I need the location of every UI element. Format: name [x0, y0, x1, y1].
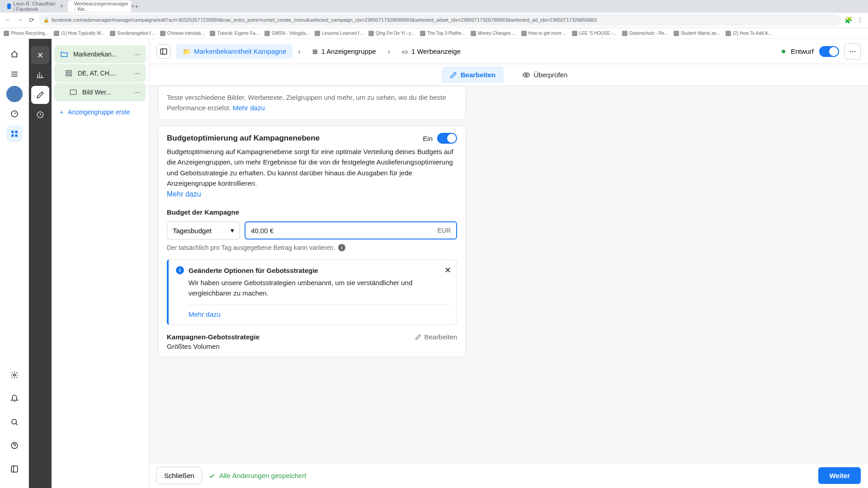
close-panel-button[interactable]: [31, 46, 49, 64]
more-icon[interactable]: ⋯: [133, 88, 141, 97]
edit-label: Bearbeiten: [424, 333, 457, 341]
crumb-adset[interactable]: ⊞1 Anzeigengruppe: [306, 44, 382, 59]
tree-campaign[interactable]: Markenbekan... ⋯: [54, 45, 146, 63]
bookmark[interactable]: Student Wants an...: [674, 31, 720, 36]
tab-label: Werbeanzeigenmanager - We...: [74, 1, 128, 12]
campaign-toggle[interactable]: [819, 46, 839, 57]
bookmark[interactable]: Phone Recycling...: [4, 31, 48, 36]
extensions-icon[interactable]: 🧩: [844, 15, 853, 24]
svg-rect-13: [70, 74, 72, 76]
section-desc: Budgetoptimierung auf Kampagnenebene sor…: [167, 146, 457, 188]
home-icon[interactable]: [6, 46, 23, 62]
bookmark[interactable]: (1) How Typically W...: [54, 31, 104, 36]
learn-more-link[interactable]: Mehr dazu: [167, 190, 201, 198]
svg-point-5: [13, 374, 15, 376]
gauge-icon[interactable]: [6, 106, 23, 122]
bookmark[interactable]: How to get more ...: [521, 31, 566, 36]
footer-bar: Schließen Alle Änderungen gespeichert We…: [149, 463, 868, 488]
svg-rect-4: [15, 135, 17, 137]
close-icon[interactable]: ×: [60, 3, 63, 9]
collapse-icon[interactable]: [6, 461, 23, 477]
new-tab-button[interactable]: +: [132, 2, 141, 11]
browser-tabs: Leon R. Chaudhari | Facebook× Werbeanzei…: [0, 0, 868, 13]
panel-toggle-icon[interactable]: [156, 44, 171, 59]
status-dot: [782, 50, 785, 53]
search-icon[interactable]: [6, 414, 23, 430]
app-root: Markenbekan... ⋯ DE, AT, CH,... ⋯ Bild W…: [0, 39, 868, 488]
edit-strategy-button[interactable]: Bearbeiten: [415, 333, 457, 341]
bookmark[interactable]: The Top 3 Platfor...: [420, 31, 465, 36]
bookmark[interactable]: Qing Fei De Yi - y...: [368, 31, 415, 36]
svg-rect-15: [160, 49, 167, 54]
more-button[interactable]: ⋯: [844, 43, 861, 60]
bookmark[interactable]: (2) How To Add A...: [726, 31, 771, 36]
next-button[interactable]: Weiter: [818, 467, 861, 484]
menu-icon[interactable]: ⋮: [855, 15, 864, 24]
tree-ad[interactable]: Bild Wer... ⋯: [54, 83, 146, 101]
crumb-ad[interactable]: ▭1 Werbeanzeige: [396, 44, 467, 59]
bookmark[interactable]: Chinese translati...: [160, 31, 205, 36]
crumb-campaign[interactable]: 📁Markenbekanntheit Kampagne: [176, 44, 292, 59]
ab-test-card: Teste verschiedene Bilder, Werbetexte, Z…: [158, 86, 466, 120]
bookmark[interactable]: GMSN - Vologda...: [264, 31, 309, 36]
bookmark[interactable]: Tutorial: Eigene Fa...: [210, 31, 259, 36]
reload-icon[interactable]: ⟳: [27, 15, 36, 24]
budget-amount-input[interactable]: [251, 227, 437, 235]
adset-icon: [64, 69, 73, 78]
folder-icon: [60, 50, 69, 59]
tab-edit[interactable]: Bearbeiten: [442, 66, 504, 83]
svg-rect-2: [15, 131, 17, 133]
tab-review[interactable]: Überprüfen: [514, 66, 576, 83]
lock-icon: 🔒: [43, 18, 49, 23]
add-adset-button[interactable]: + Anzeigengruppe erste: [52, 102, 149, 122]
more-icon[interactable]: ⋯: [133, 69, 141, 78]
grid-icon[interactable]: [6, 126, 23, 142]
bookmarks-bar: Phone Recycling... (1) How Typically W..…: [0, 28, 868, 39]
bell-icon[interactable]: [6, 390, 23, 407]
url-bar[interactable]: 🔒facebook.com/adsmanager/manage/campaign…: [39, 14, 841, 26]
close-icon[interactable]: ✕: [444, 265, 451, 275]
bookmark[interactable]: LEE 'S HOUSE -...: [572, 31, 617, 36]
bid-strategy-info: i Geänderte Optionen für Gebotsstrategie…: [167, 259, 457, 325]
learn-more-link[interactable]: Mehr dazu: [189, 305, 449, 318]
budget-optimization-toggle[interactable]: [437, 133, 457, 144]
browser-tab[interactable]: Leon R. Chaudhari | Facebook×: [4, 0, 67, 12]
back-icon[interactable]: ←: [4, 15, 13, 24]
browser-tab-active[interactable]: Werbeanzeigenmanager - We...×: [68, 0, 131, 12]
more-icon[interactable]: ⋯: [133, 50, 141, 59]
help-icon[interactable]: [6, 437, 23, 454]
tree-adset[interactable]: DE, AT, CH,... ⋯: [54, 64, 146, 82]
bookmark[interactable]: Datenschutz - Re...: [622, 31, 668, 36]
crumb-label: 1 Anzeigengruppe: [321, 47, 376, 55]
gear-icon[interactable]: [6, 367, 23, 383]
info-icon[interactable]: i: [338, 244, 345, 251]
svg-rect-12: [66, 74, 68, 76]
edit-rail: [29, 39, 52, 488]
learn-more-link[interactable]: Mehr dazu: [233, 104, 265, 112]
content-scroll[interactable]: Teste verschiedene Bilder, Werbetexte, Z…: [149, 86, 868, 463]
plus-icon: +: [60, 108, 63, 116]
budget-type-select[interactable]: Tagesbudget ▾: [167, 221, 240, 239]
bookmark[interactable]: Sonderangebot f...: [110, 31, 154, 36]
card-text: Teste verschiedene Bilder, Werbetexte, Z…: [167, 94, 446, 112]
tree-label: Markenbekan...: [73, 51, 129, 58]
menu-icon[interactable]: [6, 66, 23, 82]
url-text: facebook.com/adsmanager/manage/campaigns…: [52, 17, 597, 23]
svg-rect-11: [70, 70, 72, 73]
svg-rect-1: [11, 131, 14, 133]
svg-point-6: [12, 419, 17, 424]
left-nav: [0, 39, 29, 488]
forward-icon[interactable]: →: [15, 15, 24, 24]
chart-icon[interactable]: [31, 66, 49, 84]
svg-rect-8: [11, 466, 18, 472]
status-label: Entwurf: [791, 47, 814, 55]
sub-tabs: Bearbeiten Überprüfen: [149, 64, 868, 86]
pencil-icon[interactable]: [31, 86, 49, 104]
adset-icon: ⊞: [312, 48, 318, 55]
bookmark[interactable]: Lessons Learned f...: [315, 31, 363, 36]
close-button[interactable]: Schließen: [156, 467, 202, 484]
avatar[interactable]: [6, 86, 23, 102]
breadcrumb-bar: 📁Markenbekanntheit Kampagne › ⊞1 Anzeige…: [149, 39, 868, 64]
bookmark[interactable]: Money Changes ...: [471, 31, 516, 36]
clock-icon[interactable]: [31, 106, 49, 124]
